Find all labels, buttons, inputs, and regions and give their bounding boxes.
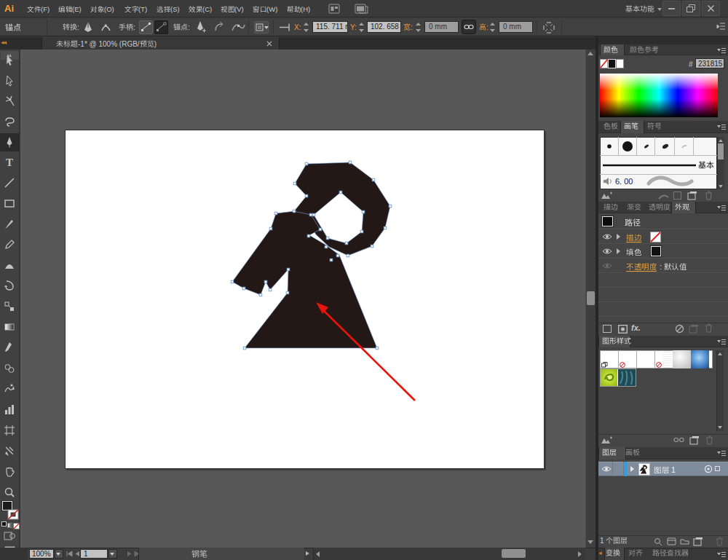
svg-text:T: T xyxy=(6,157,13,168)
